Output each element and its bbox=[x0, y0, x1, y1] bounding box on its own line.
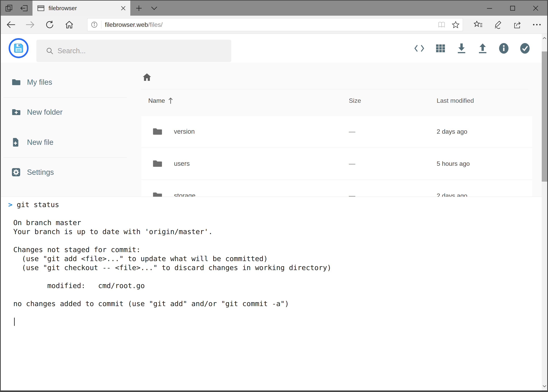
tab-favicon-icon bbox=[37, 5, 45, 12]
download-icon[interactable] bbox=[457, 42, 467, 54]
file-name: users bbox=[174, 148, 190, 179]
tab-title: filebrowser bbox=[49, 5, 117, 12]
window-controls bbox=[478, 0, 547, 16]
listing-divider bbox=[141, 89, 528, 89]
tab-preview-chevron-icon[interactable] bbox=[148, 0, 160, 16]
terminal-output: > git status On branch master Your branc… bbox=[13, 200, 538, 326]
prompt-chevron-icon: > bbox=[8, 201, 13, 209]
file-row-storage[interactable]: storage — 2 days ago bbox=[141, 180, 532, 197]
sort-ascending-icon bbox=[168, 97, 173, 104]
browser-navbar: filebrowser.web/files/ bbox=[1, 16, 547, 34]
file-name: storage bbox=[174, 180, 195, 197]
terminal-line bbox=[13, 272, 538, 281]
terminal-line: modified: cmd/root.go bbox=[13, 281, 538, 290]
web-note-pen-icon[interactable] bbox=[488, 17, 507, 32]
terminal-command: git status bbox=[17, 201, 59, 209]
set-tabs-aside-icon[interactable] bbox=[18, 0, 30, 16]
home-icon[interactable] bbox=[62, 17, 77, 32]
address-bar[interactable]: filebrowser.web/files/ bbox=[87, 18, 463, 31]
scroll-up-icon[interactable] bbox=[542, 34, 547, 42]
filebrowser-logo-icon[interactable] bbox=[9, 38, 28, 58]
refresh-icon[interactable] bbox=[42, 17, 57, 32]
share-icon[interactable] bbox=[507, 17, 527, 32]
folder-icon bbox=[153, 128, 162, 135]
terminal-line bbox=[13, 236, 538, 245]
file-size: — bbox=[349, 116, 355, 147]
forward-icon[interactable] bbox=[23, 17, 38, 32]
browser-tab[interactable]: filebrowser bbox=[33, 0, 130, 16]
info-icon[interactable] bbox=[499, 42, 509, 54]
search-box[interactable] bbox=[36, 40, 231, 62]
back-icon[interactable] bbox=[4, 17, 18, 32]
file-modified: 5 hours ago bbox=[437, 148, 470, 179]
sidebar-item-new-folder[interactable]: New folder bbox=[1, 104, 127, 120]
new-folder-icon bbox=[12, 108, 21, 116]
header-action-icons bbox=[414, 34, 530, 63]
tabs-you-set-aside-icon[interactable] bbox=[3, 0, 15, 16]
window-frame-right bbox=[547, 0, 548, 392]
window-frame-left bbox=[0, 0, 1, 392]
folder-icon bbox=[153, 192, 162, 197]
file-size: — bbox=[349, 180, 355, 197]
file-name: version bbox=[174, 116, 195, 147]
favorites-hub-icon[interactable] bbox=[468, 17, 488, 32]
terminal-line bbox=[13, 209, 538, 218]
new-tab-button[interactable] bbox=[133, 0, 145, 16]
column-header-name[interactable]: Name bbox=[148, 97, 173, 104]
reading-view-icon[interactable] bbox=[435, 19, 449, 30]
tab-close-icon[interactable] bbox=[117, 2, 130, 14]
table-header: Name Size Last modified bbox=[141, 97, 532, 106]
terminal-line: On branch master bbox=[13, 218, 538, 227]
scroll-down-icon[interactable] bbox=[542, 382, 547, 391]
address-divider bbox=[101, 21, 101, 28]
page-scrollbar[interactable] bbox=[542, 34, 547, 391]
text-cursor bbox=[14, 318, 15, 326]
grid-view-icon[interactable] bbox=[435, 42, 445, 54]
code-view-icon[interactable] bbox=[414, 42, 424, 54]
new-file-icon bbox=[12, 138, 19, 147]
sidebar-label: Settings bbox=[27, 168, 54, 176]
filebrowser-header bbox=[1, 34, 542, 63]
sidebar-item-new-file[interactable]: New file bbox=[1, 134, 127, 151]
url-text: filebrowser.web/files/ bbox=[105, 21, 163, 28]
sidebar-item-settings[interactable]: Settings bbox=[1, 164, 127, 181]
url-host: filebrowser.web bbox=[105, 21, 148, 28]
sidebar-label: New file bbox=[27, 138, 53, 147]
sidebar-divider bbox=[4, 157, 127, 158]
sidebar-label: New folder bbox=[27, 108, 62, 116]
file-modified: 2 days ago bbox=[437, 116, 467, 147]
select-check-icon[interactable] bbox=[520, 42, 530, 54]
site-info-icon[interactable] bbox=[91, 21, 98, 28]
column-header-size[interactable]: Size bbox=[349, 97, 361, 104]
column-header-modified[interactable]: Last modified bbox=[437, 97, 474, 104]
more-ellipsis-icon[interactable] bbox=[527, 17, 547, 32]
add-favorite-star-icon[interactable] bbox=[449, 19, 463, 30]
browser-titlebar: filebrowser bbox=[0, 0, 548, 16]
terminal-panel[interactable]: > git status On branch master Your branc… bbox=[1, 197, 542, 391]
sidebar: My files New folder bbox=[1, 63, 127, 197]
breadcrumb-home-icon[interactable] bbox=[142, 73, 152, 81]
close-window-button[interactable] bbox=[524, 0, 547, 16]
navbar-right-icons bbox=[468, 17, 547, 32]
url-path: /files/ bbox=[148, 21, 163, 28]
sidebar-item-my-files[interactable]: My files bbox=[1, 74, 127, 91]
upload-icon[interactable] bbox=[478, 42, 488, 54]
terminal-prompt-line: > git status bbox=[8, 200, 538, 209]
file-size: — bbox=[349, 148, 355, 179]
sidebar-divider bbox=[4, 97, 127, 98]
maximize-button[interactable] bbox=[501, 0, 524, 16]
scrollbar-thumb[interactable] bbox=[542, 51, 547, 182]
file-row-version[interactable]: version — 2 days ago bbox=[141, 116, 532, 147]
folder-icon bbox=[12, 78, 21, 86]
terminal-line bbox=[13, 290, 538, 299]
terminal-cursor-line bbox=[13, 317, 538, 326]
minimize-button[interactable] bbox=[478, 0, 501, 16]
sidebar-label: My files bbox=[27, 78, 52, 86]
terminal-line: (use "git checkout -- <file>..." to disc… bbox=[13, 263, 538, 272]
settings-gear-icon bbox=[12, 168, 20, 176]
terminal-line: Changes not staged for commit: bbox=[13, 245, 538, 254]
search-input[interactable] bbox=[57, 47, 231, 55]
file-listing-area: My files New folder bbox=[1, 63, 542, 197]
file-row-users[interactable]: users — 5 hours ago bbox=[141, 148, 532, 179]
window-frame-bottom bbox=[0, 391, 548, 392]
